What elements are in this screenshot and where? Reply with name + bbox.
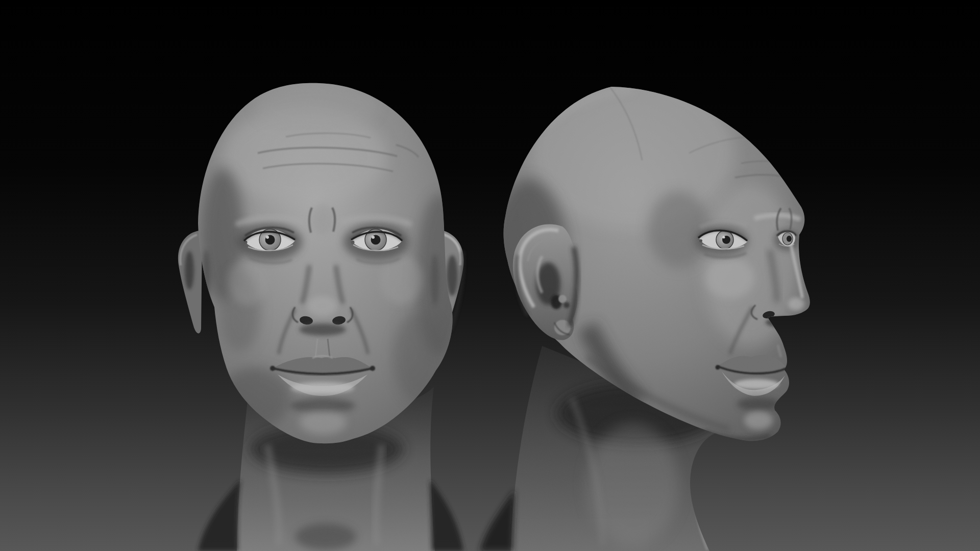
viewport-background bbox=[0, 0, 980, 551]
sculpt-viewport[interactable] bbox=[0, 0, 980, 551]
